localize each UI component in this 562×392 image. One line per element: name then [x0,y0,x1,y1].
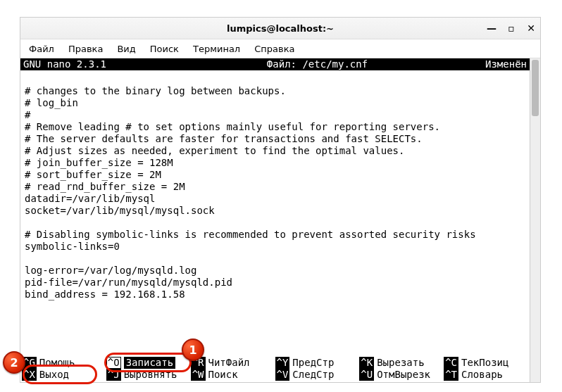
scroll-thumb[interactable] [532,60,539,116]
editor-line [25,217,525,229]
shortcut-key: ^U [359,369,374,381]
shortcut-Выровнять[interactable]: ^JВыровнять [106,369,191,381]
menu-edit[interactable]: Правка [65,42,106,56]
editor-line: pid-file=/var/run/mysqld/mysqld.pid [25,277,525,289]
editor-line: # changes to the binary log between back… [25,85,525,97]
editor-line: datadir=/var/lib/mysql [25,193,525,205]
editor-line [25,253,525,265]
editor-line: bind_address = 192.168.1.58 [25,289,525,301]
editor-line [25,301,525,312]
shortcut-label: Записать [124,357,175,369]
menu-terminal[interactable]: Терминал [190,42,243,56]
editor-line: symbolic-links=0 [25,241,525,253]
nano-shortcuts: ^GПомощь^OЗаписать^RЧитФайл^YПредСтр^KВы… [20,357,530,382]
shortcut-key: ^C [444,357,458,369]
editor-line: # read_rnd_buffer_size = 2M [25,181,525,193]
editor-line: # [25,109,525,121]
editor-line: log-error=/var/log/mysqld.log [25,265,525,277]
shortcut-label: Помощь [39,357,75,369]
nano-header: GNU nano 2.3.1 Файл: /etc/my.cnf Изменён [20,58,530,70]
menubar: Файл Правка Вид Поиск Терминал Справка [20,39,540,58]
shortcut-ТекПозиц[interactable]: ^CТекПозиц [444,357,528,369]
shortcut-label: Словарь [461,369,503,381]
nano-body[interactable]: # changes to the binary log between back… [20,70,530,357]
editor-line: # sort_buffer_size = 2M [25,169,525,181]
shortcut-Вырезать[interactable]: ^KВырезать [359,357,444,369]
editor-line: # Remove leading # to set options mainly… [25,121,525,133]
shortcut-key: ^W [191,369,206,381]
shortcut-label: ОтмВырезк [377,369,430,381]
menu-file[interactable]: Файл [26,42,57,56]
shortcut-Словарь[interactable]: ^TСловарь [444,369,528,381]
window-title: lumpics@localhost:~ [227,23,334,34]
editor-line: # join_buffer_size = 128M [25,157,525,169]
editor-line: # Disabling symbolic-links is recommende… [25,229,525,241]
shortcut-key: ^Y [275,357,290,369]
menu-help[interactable]: Справка [251,42,297,56]
shortcut-ПредСтр[interactable]: ^YПредСтр [275,357,360,369]
shortcut-label: СледСтр [292,369,334,381]
close-button[interactable]: ✕ [526,23,536,33]
menu-search[interactable]: Поиск [147,42,182,56]
shortcut-key: ^G [22,357,37,369]
shortcut-key: ^J [106,369,121,381]
editor-line: # Adjust sizes as needed, experiment to … [25,145,525,157]
shortcut-label: Выровнять [124,369,177,381]
scrollbar[interactable] [530,58,540,382]
shortcut-ОтмВырезк[interactable]: ^UОтмВырезк [359,369,444,381]
titlebar[interactable]: lumpics@localhost:~ — ▫ ✕ [20,18,540,39]
menu-view[interactable]: Вид [114,42,138,56]
shortcut-label: ПредСтр [292,357,334,369]
editor-line [25,73,525,85]
shortcut-key: ^X [22,369,37,381]
shortcut-Поиск[interactable]: ^WПоиск [191,369,275,381]
maximize-button[interactable]: ▫ [506,23,516,33]
shortcut-key: ^K [359,357,374,369]
shortcut-Помощь[interactable]: ^GПомощь [22,357,106,369]
shortcut-key: ^V [275,369,290,381]
terminal-window: lumpics@localhost:~ — ▫ ✕ Файл Правка Ви… [20,17,541,383]
shortcut-label: ЧитФайл [208,357,250,369]
shortcut-key: ^T [444,369,458,381]
shortcut-label: Выход [39,369,69,381]
shortcut-ЧитФайл[interactable]: ^RЧитФайл [191,357,275,369]
shortcut-label: ТекПозиц [461,357,508,369]
terminal[interactable]: GNU nano 2.3.1 Файл: /etc/my.cnf Изменён… [20,58,530,382]
shortcut-label: Поиск [208,369,238,381]
nano-modified: Изменён [470,58,527,70]
shortcut-Записать[interactable]: ^OЗаписать [106,357,191,369]
editor-line: socket=/var/lib/mysql/mysql.sock [25,205,525,217]
shortcut-СледСтр[interactable]: ^VСледСтр [275,369,360,381]
shortcut-key: ^R [191,357,206,369]
window-controls: — ▫ ✕ [487,18,536,39]
editor-line: # The server defaults are faster for tra… [25,133,525,145]
nano-filename: Файл: /etc/my.cnf [164,58,470,70]
editor-line: # log_bin [25,97,525,109]
shortcut-Выход[interactable]: ^XВыход [22,369,106,381]
minimize-button[interactable]: — [487,23,497,33]
shortcut-label: Вырезать [377,357,424,369]
terminal-wrap: GNU nano 2.3.1 Файл: /etc/my.cnf Изменён… [20,58,540,382]
shortcut-key: ^O [106,357,121,369]
nano-version: GNU nano 2.3.1 [23,58,164,70]
